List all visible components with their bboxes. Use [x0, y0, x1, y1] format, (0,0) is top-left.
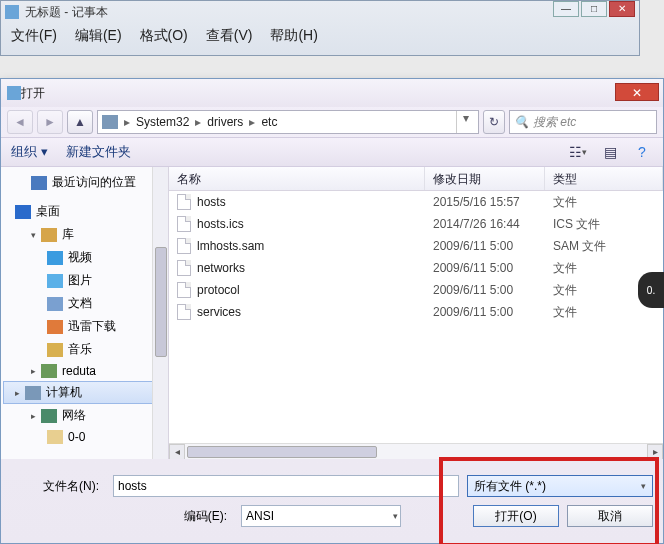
chevron-down-icon[interactable]: ▾: [393, 511, 398, 521]
scrollbar-thumb[interactable]: [155, 247, 167, 357]
file-date: 2009/6/11 5:00: [425, 261, 545, 275]
address-bar[interactable]: ▸ System32 ▸ drivers ▸ etc ▾: [97, 110, 479, 134]
address-dropdown[interactable]: ▾: [456, 111, 474, 133]
nav-forward-button[interactable]: ►: [37, 110, 63, 134]
menu-file[interactable]: 文件(F): [11, 27, 57, 45]
sidebar-item-computer[interactable]: ▸ 计算机: [3, 381, 166, 404]
file-icon: [177, 282, 191, 298]
menu-edit[interactable]: 编辑(E): [75, 27, 122, 45]
sidebar-item-documents[interactable]: 文档: [3, 292, 166, 315]
preview-pane-button[interactable]: ▤: [599, 142, 621, 162]
cancel-button[interactable]: 取消: [567, 505, 653, 527]
sidebar-item-network[interactable]: ▸ 网络: [3, 404, 166, 427]
file-name: services: [197, 305, 241, 319]
close-button[interactable]: ✕: [609, 1, 635, 17]
sidebar-label: 图片: [68, 272, 92, 289]
h-scroll-thumb[interactable]: [187, 446, 377, 458]
col-name[interactable]: 名称: [169, 167, 425, 190]
folder-icon: [47, 430, 63, 444]
notepad-window: 无标题 - 记事本 — □ ✕ 文件(F) 编辑(E) 格式(O) 查看(V) …: [0, 0, 640, 56]
file-name: lmhosts.sam: [197, 239, 264, 253]
view-options-button[interactable]: ☷ ▾: [567, 142, 589, 162]
file-icon: [177, 238, 191, 254]
dialog-body: 最近访问的位置 桌面 ▾ 库 视频 图片: [1, 167, 663, 459]
sidebar-item-music[interactable]: 音乐: [3, 338, 166, 361]
scroll-left-button[interactable]: ◂: [169, 444, 185, 459]
computer-icon: [25, 386, 41, 400]
file-type: 文件: [545, 194, 663, 211]
encoding-select[interactable]: [241, 505, 401, 527]
sidebar-item-folder0[interactable]: 0-0: [3, 427, 166, 447]
sidebar-item-videos[interactable]: 视频: [3, 246, 166, 269]
open-button[interactable]: 打开(O): [473, 505, 559, 527]
menu-view[interactable]: 查看(V): [206, 27, 253, 45]
sidebar-item-libraries[interactable]: ▾ 库: [3, 223, 166, 246]
sidebar-item-recent[interactable]: 最近访问的位置: [3, 171, 166, 194]
download-icon: [47, 320, 63, 334]
file-date: 2009/6/11 5:00: [425, 283, 545, 297]
file-date: 2014/7/26 16:44: [425, 217, 545, 231]
col-type[interactable]: 类型: [545, 167, 663, 190]
sidebar-item-desktop[interactable]: 桌面: [3, 200, 166, 223]
file-list-pane: 名称 修改日期 类型 hosts2015/5/16 15:57文件hosts.i…: [169, 167, 663, 459]
path-seg-2[interactable]: etc: [261, 115, 277, 129]
new-folder-button[interactable]: 新建文件夹: [66, 143, 131, 161]
menu-format[interactable]: 格式(O): [140, 27, 188, 45]
maximize-button[interactable]: □: [581, 1, 607, 17]
table-row[interactable]: networks2009/6/11 5:00文件: [169, 257, 663, 279]
scroll-right-button[interactable]: ▸: [647, 444, 663, 459]
dialog-titlebar: 打开 ✕: [1, 79, 663, 107]
organize-menu[interactable]: 组织 ▾: [11, 143, 48, 161]
sidebar-label: 音乐: [68, 341, 92, 358]
horizontal-scrollbar[interactable]: ◂ ▸: [169, 443, 663, 459]
table-row[interactable]: lmhosts.sam2009/6/11 5:00SAM 文件: [169, 235, 663, 257]
help-button[interactable]: ?: [631, 142, 653, 162]
sidebar-label: 最近访问的位置: [52, 174, 136, 191]
sidebar-item-user[interactable]: ▸ reduta: [3, 361, 166, 381]
picture-icon: [47, 274, 63, 288]
notepad-icon: [5, 5, 19, 19]
sidebar-item-pictures[interactable]: 图片: [3, 269, 166, 292]
cancel-button-label: 取消: [598, 508, 622, 525]
nav-sidebar: 最近访问的位置 桌面 ▾ 库 视频 图片: [1, 167, 169, 459]
file-date: 2015/5/16 15:57: [425, 195, 545, 209]
filename-input[interactable]: [113, 475, 459, 497]
dialog-bottom: 文件名(N): 所有文件 (*.*) ▾ 编码(E): ▾ 打开(O) 取消: [1, 459, 663, 537]
file-icon: [177, 194, 191, 210]
file-icon: [177, 304, 191, 320]
dialog-icon: [7, 86, 21, 100]
column-headers: 名称 修改日期 类型: [169, 167, 663, 191]
side-badge[interactable]: 0.: [638, 272, 664, 308]
notepad-menubar: 文件(F) 编辑(E) 格式(O) 查看(V) 帮助(H): [1, 23, 639, 49]
dialog-navbar: ◄ ► ▲ ▸ System32 ▸ drivers ▸ etc ▾ ↻ 🔍 搜…: [1, 107, 663, 137]
path-seg-1[interactable]: drivers: [207, 115, 243, 129]
open-dialog: 打开 ✕ ◄ ► ▲ ▸ System32 ▸ drivers ▸ etc ▾ …: [0, 78, 664, 544]
file-type-filter[interactable]: 所有文件 (*.*) ▾: [467, 475, 653, 497]
filename-label: 文件名(N):: [11, 478, 105, 495]
table-row[interactable]: hosts2015/5/16 15:57文件: [169, 191, 663, 213]
file-name: networks: [197, 261, 245, 275]
sidebar-item-thunder[interactable]: 迅雷下载: [3, 315, 166, 338]
library-icon: [41, 228, 57, 242]
table-row[interactable]: services2009/6/11 5:00文件: [169, 301, 663, 323]
sidebar-label: 视频: [68, 249, 92, 266]
user-icon: [41, 364, 57, 378]
sidebar-scrollbar[interactable]: [152, 167, 168, 459]
file-type: SAM 文件: [545, 238, 663, 255]
search-box[interactable]: 🔍 搜索 etc: [509, 110, 657, 134]
filter-text: 所有文件 (*.*): [474, 478, 546, 495]
search-placeholder: 搜索 etc: [533, 114, 576, 131]
sidebar-label: 0-0: [68, 430, 85, 444]
nav-up-button[interactable]: ▲: [67, 110, 93, 134]
table-row[interactable]: protocol2009/6/11 5:00文件: [169, 279, 663, 301]
sidebar-label: 计算机: [46, 384, 82, 401]
path-seg-0[interactable]: System32: [136, 115, 189, 129]
table-row[interactable]: hosts.ics2014/7/26 16:44ICS 文件: [169, 213, 663, 235]
minimize-button[interactable]: —: [553, 1, 579, 17]
refresh-button[interactable]: ↻: [483, 110, 505, 134]
menu-help[interactable]: 帮助(H): [270, 27, 317, 45]
dialog-close-button[interactable]: ✕: [615, 83, 659, 101]
col-date[interactable]: 修改日期: [425, 167, 545, 190]
nav-back-button[interactable]: ◄: [7, 110, 33, 134]
desktop-icon: [15, 205, 31, 219]
